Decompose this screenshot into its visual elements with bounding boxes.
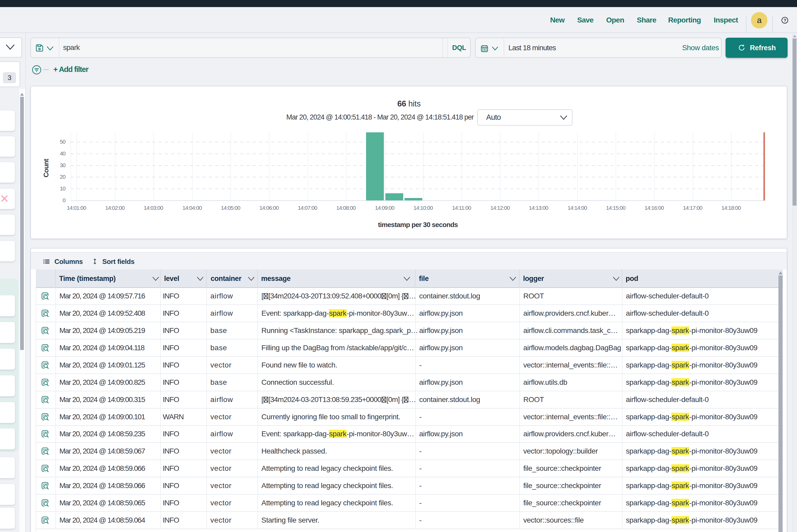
svg-text:?: ?	[784, 18, 786, 23]
